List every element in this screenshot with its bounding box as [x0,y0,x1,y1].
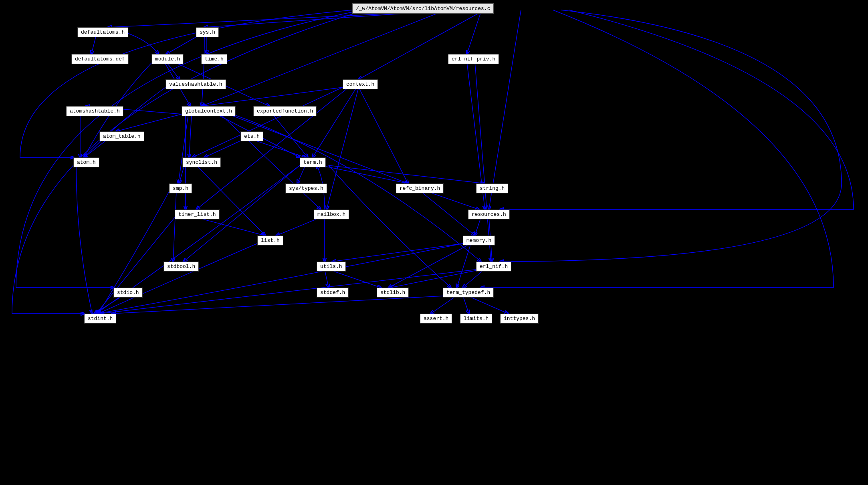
svg-line-5 [202,12,441,106]
node-valueshashtable-h: valueshashtable.h [166,79,226,89]
svg-line-56 [467,296,508,314]
node-resources-h: resources.h [468,209,510,219]
node-stdlib-h: stdlib.h [377,288,409,298]
svg-line-15 [313,87,357,157]
svg-line-30 [252,139,305,157]
node-exportedfunction-h: exportedfunction.h [253,106,317,116]
svg-line-50 [329,270,381,288]
svg-line-0 [108,12,425,27]
node-stdint-h: stdint.h [84,314,116,324]
svg-line-21 [189,114,192,157]
node-inttypes-h: inttypes.h [500,314,539,324]
svg-line-34 [321,165,408,183]
node-defaultatoms-def: defaultatoms.def [71,54,129,64]
node-stdio-h: stdio.h [113,288,143,298]
node-atom-table-h: atom_table.h [99,131,144,141]
svg-line-17 [327,87,359,209]
svg-line-49 [325,270,329,288]
node-smp-h: smp.h [169,183,192,193]
node-atomshashtable-h: atomshashtable.h [66,106,123,116]
node-timer-list-h: timer_list.h [175,209,220,219]
svg-line-4 [489,10,521,209]
svg-line-13 [475,62,491,262]
svg-line-42 [277,217,321,235]
dependency-graph-edges [0,0,868,485]
svg-line-38 [173,191,176,262]
node-module-h: module.h [151,54,184,64]
node-atom-h: atom.h [73,157,99,167]
node-stdbool-h: stdbool.h [164,262,199,272]
svg-line-52 [391,270,481,288]
node-term-typedef-h: term_typedef.h [443,288,494,298]
node-context-h: context.h [343,79,378,89]
svg-line-29 [84,139,107,157]
node-stddef-h: stddef.h [317,288,349,298]
svg-line-39 [421,191,475,235]
node-string-h: string.h [476,183,508,193]
node-sys-h: sys.h [196,27,219,37]
node-term-h: term.h [300,157,326,167]
svg-line-44 [475,217,481,235]
node-refc-binary-h: refc_binary.h [396,183,444,193]
node-erl-nif-h: erl_nif.h [476,262,511,272]
svg-line-16 [192,87,343,157]
svg-line-55 [463,296,469,314]
svg-line-33 [196,165,265,235]
svg-line-18 [359,87,408,183]
svg-line-41 [196,217,264,235]
svg-line-25 [178,114,188,183]
svg-line-48 [333,244,463,262]
svg-line-24 [228,114,408,183]
node-assert-h: assert.h [420,314,452,324]
node-globalcontext-h: globalcontext.h [182,106,236,116]
node-memory-h: memory.h [463,235,495,246]
svg-line-35 [297,165,305,183]
svg-line-6 [91,35,96,54]
node-resources-c: /_w/AtomVM/AtomVM/src/libAtomVM/resource… [352,3,494,14]
node-time-h: time.h [201,54,227,64]
node-defaultatoms-h: defaultatoms.h [77,27,128,37]
node-ets-h: ets.h [240,131,263,141]
svg-line-53 [112,296,451,314]
node-limits-h: limits.h [460,314,492,324]
svg-line-14 [202,87,343,106]
node-utils-h: utils.h [317,262,346,272]
node-mailbox-h: mailbox.h [314,209,349,219]
svg-line-54 [431,296,457,314]
svg-line-40 [427,191,479,209]
svg-line-3 [359,12,481,79]
svg-line-31 [204,139,244,157]
svg-line-20 [116,114,182,131]
node-synclist-h: synclist.h [182,157,221,167]
node-sys-types-h: sys/types.h [285,183,327,193]
node-erl-nif-priv-h: erl_nif_priv.h [448,54,499,64]
node-list-h: list.h [257,235,283,246]
svg-line-7 [166,35,199,54]
svg-line-27 [273,114,308,157]
